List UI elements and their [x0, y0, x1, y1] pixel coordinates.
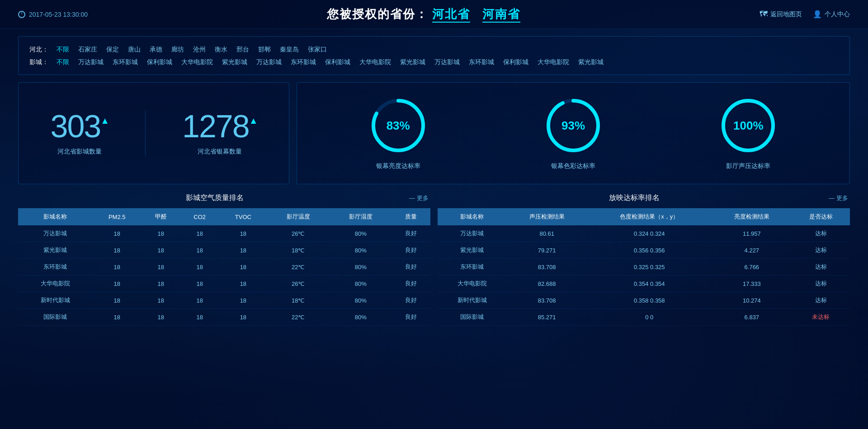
region-zhangjiakou[interactable]: 张家口 — [305, 43, 330, 56]
color-circle: 93% — [544, 96, 603, 155]
standard-rate-table: 影城名称 声压检测结果 色度检测结果（x，y） 亮度检测结果 是否达标 万达影城… — [438, 208, 850, 326]
user-nav-button[interactable]: 👤 个人中心 — [813, 10, 850, 19]
table-cell: 80% — [330, 225, 392, 242]
table-cell: 0.358 0.358 — [587, 292, 712, 309]
screen-count-arrow: ▲ — [249, 116, 257, 125]
col-brightness-result: 亮度检测结果 — [712, 208, 792, 225]
region-shijiazhuang[interactable]: 石家庄 — [75, 43, 100, 56]
table-cell: 紫光影城 — [18, 242, 92, 259]
cinema-ziguang[interactable]: 紫光影城 — [219, 56, 250, 68]
table-cell: 4.227 — [712, 242, 792, 259]
table-cell: 17.333 — [712, 275, 792, 292]
table-cell: 达标 — [792, 225, 850, 242]
cinema-all[interactable]: 不限 — [54, 56, 72, 68]
cinema-wanda3[interactable]: 万达影城 — [432, 56, 462, 68]
table-cell: 18 — [92, 309, 142, 326]
region-xingtai[interactable]: 邢台 — [234, 43, 252, 56]
table-cell: 80.61 — [507, 225, 587, 242]
table-cell: 80% — [330, 292, 392, 309]
cinema-ziguang2[interactable]: 紫光影城 — [397, 56, 428, 68]
air-quality-thead: 影城名称 PM2.5 甲醛 CO2 TVOC 影厅温度 影厅湿度 质量 — [18, 208, 430, 225]
region-langfang[interactable]: 廊坊 — [169, 43, 187, 56]
table-cell: 18 — [92, 259, 142, 275]
table-row: 东环影城1818181822℃80%良好 — [18, 259, 430, 275]
header-nav: 🗺 返回地图页 👤 个人中心 — [760, 9, 850, 19]
region-tangshan[interactable]: 唐山 — [125, 43, 143, 56]
color-label: 银幕色彩达标率 — [544, 162, 603, 170]
table-row: 东环影城83.7080.325 0.3256.766达标 — [438, 259, 850, 275]
cinema-dahua3[interactable]: 大华电影院 — [535, 56, 572, 68]
cinema-baoli2[interactable]: 保利影城 — [322, 56, 353, 68]
table-cell: 22℃ — [267, 309, 330, 326]
table-row: 万达影城1818181826℃80%良好 — [18, 225, 430, 242]
standard-rate-title: 放映达标率排名 — [439, 193, 829, 203]
circle-stats: 83% 银幕亮度达标率 93% 银幕色彩达标率 — [297, 82, 850, 184]
cinema-dahua2[interactable]: 大华电影院 — [357, 56, 394, 68]
region-qinhuangdao[interactable]: 秦皇岛 — [277, 43, 302, 56]
table-cell: 新时代影城 — [438, 292, 507, 309]
cinema-wanda2[interactable]: 万达影城 — [254, 56, 284, 68]
standard-rate-header: 放映达标率排名 更多 — [438, 193, 850, 203]
cinema-ziguang3[interactable]: 紫光影城 — [576, 56, 606, 68]
map-nav-button[interactable]: 🗺 返回地图页 — [760, 9, 802, 19]
table-cell: 83.708 — [507, 292, 587, 309]
table-cell: 18 — [180, 259, 219, 275]
table-cell: 26℃ — [267, 275, 330, 292]
province-1[interactable]: 河北省 — [432, 7, 470, 23]
screen-count-stat: 1278 ▲ 河北省银幕数量 — [182, 111, 257, 156]
air-quality-table: 影城名称 PM2.5 甲醛 CO2 TVOC 影厅温度 影厅湿度 质量 万达影城… — [18, 208, 430, 326]
table-cell: 紫光影城 — [438, 242, 507, 259]
table-cell: 80% — [330, 242, 392, 259]
table-cell: 6.766 — [712, 259, 792, 275]
table-cell: 良好 — [392, 275, 430, 292]
col-sound-result: 声压检测结果 — [507, 208, 587, 225]
cinema-label: 影城： — [29, 56, 48, 68]
table-cell: 18 — [142, 275, 180, 292]
cinema-donghuan[interactable]: 东环影城 — [110, 56, 141, 68]
region-baoding[interactable]: 保定 — [104, 43, 122, 56]
table-cell: 18 — [219, 225, 267, 242]
region-hengshui[interactable]: 衡水 — [212, 43, 230, 56]
user-icon: 👤 — [813, 10, 822, 19]
table-cell: 东环影城 — [18, 259, 92, 275]
table-cell: 0.324 0.324 — [587, 225, 712, 242]
table-cell: 83.708 — [507, 259, 587, 275]
cinema-baoli3[interactable]: 保利影城 — [500, 56, 531, 68]
table-cell: 0.356 0.356 — [587, 242, 712, 259]
table-cell: 26℃ — [267, 225, 330, 242]
table-cell: 80% — [330, 259, 392, 275]
air-quality-more[interactable]: 更多 — [409, 194, 429, 202]
table-cell: 18 — [92, 292, 142, 309]
cinema-dahua[interactable]: 大华电影院 — [179, 56, 216, 68]
region-cangzhou[interactable]: 沧州 — [190, 43, 208, 56]
table-cell: 万达影城 — [438, 225, 507, 242]
table-row: 紫光影城79.2710.356 0.3564.227达标 — [438, 242, 850, 259]
table-cell: 大华电影院 — [438, 275, 507, 292]
air-quality-title: 影城空气质量排名 — [20, 193, 409, 203]
cinema-wanda[interactable]: 万达影城 — [75, 56, 106, 68]
table-cell: 22℃ — [267, 259, 330, 275]
color-stat: 93% 银幕色彩达标率 — [544, 96, 603, 170]
table-cell: 80% — [330, 309, 392, 326]
table-cell: 18 — [142, 225, 180, 242]
table-cell: 未达标 — [792, 309, 850, 326]
table-cell: 85.271 — [507, 309, 587, 326]
cinema-donghuan2[interactable]: 东环影城 — [288, 56, 319, 68]
region-handan[interactable]: 邯郸 — [255, 43, 274, 56]
sound-label: 影厅声压达标率 — [719, 162, 778, 170]
filter-bar: 河北： 不限 石家庄 保定 唐山 承德 廊坊 沧州 衡水 邢台 邯郸 秦皇岛 张… — [18, 36, 850, 75]
standard-rate-more[interactable]: 更多 — [829, 194, 848, 202]
table-cell: 18 — [92, 225, 142, 242]
cinema-baoli[interactable]: 保利影城 — [144, 56, 175, 68]
table-cell: 新时代影城 — [18, 292, 92, 309]
standard-rate-header-row: 影城名称 声压检测结果 色度检测结果（x，y） 亮度检测结果 是否达标 — [438, 208, 850, 225]
cinema-donghuan3[interactable]: 东环影城 — [466, 56, 497, 68]
region-chengde[interactable]: 承德 — [147, 43, 165, 56]
map-icon: 🗺 — [760, 9, 768, 19]
screen-count-number: 1278 ▲ — [182, 111, 257, 142]
region-all[interactable]: 不限 — [54, 43, 72, 56]
brightness-circle: 83% — [369, 96, 428, 155]
sound-value: 100% — [733, 119, 764, 133]
province-2[interactable]: 河南省 — [482, 7, 520, 23]
table-row: 万达影城80.610.324 0.32411.957达标 — [438, 225, 850, 242]
